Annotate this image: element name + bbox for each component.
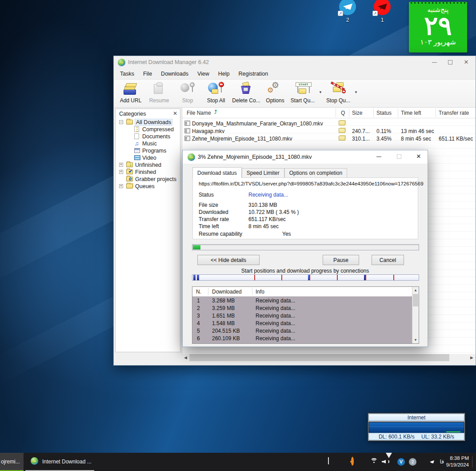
tray-chevron-up-icon[interactable] (328, 458, 336, 466)
menu-help[interactable]: Help (214, 69, 234, 78)
taskbar-button-mojremin[interactable]: ojremi... (0, 453, 24, 471)
transfer-rate-value: 651.117 KB/sec (248, 216, 286, 222)
tree-item-music[interactable]: ♫ Music (116, 140, 180, 147)
download-row[interactable]: Zehne_Mojremin_Episode_131_1080.mkv 310.… (182, 135, 476, 142)
tree-item-finished[interactable]: + ✔ Finished (116, 169, 180, 176)
stop-queue-dropdown[interactable]: ▼ (353, 80, 359, 107)
connection-row[interactable]: 4 1.548 MB Receiving data... (192, 319, 419, 327)
vertical-scrollbar[interactable]: ▲ ▼ (412, 287, 419, 343)
tab-download-status[interactable]: Download status (192, 167, 242, 178)
pause-button[interactable]: Pause (323, 255, 359, 265)
expand-icon[interactable]: + (119, 184, 123, 188)
persian-calendar-widget[interactable]: پنج‌شنبه ۲۹ شهریور ۱۰۳ (409, 2, 467, 52)
shortcut-arrow-icon: ➚ (372, 11, 378, 16)
idm-app-icon (188, 153, 195, 161)
calendar-day: ۲۹ (409, 13, 467, 39)
tab-options-on-completion[interactable]: Options on completion (284, 168, 347, 178)
tray-search-icon[interactable] (351, 458, 359, 466)
scroll-down-icon[interactable]: ▼ (412, 337, 419, 343)
menu-tasks[interactable]: Tasks (116, 69, 139, 78)
hide-details-button[interactable]: << Hide details (197, 255, 260, 265)
telegram-shortcut-blue[interactable]: ➚ 2 (338, 0, 357, 23)
show-desktop-divider[interactable] (472, 456, 472, 467)
options-button[interactable]: ⚙ ⚙ Options (262, 80, 288, 107)
network-speed-widget[interactable]: Internet DL: 600.1 KB/s UL: 33.2 KB/s (368, 413, 465, 441)
expand-icon[interactable]: + (119, 163, 123, 167)
categories-close-icon[interactable]: ✕ (173, 110, 177, 117)
add-url-icon (122, 81, 140, 97)
horizontal-scrollbar[interactable]: ◀ ▶ (182, 354, 476, 361)
scroll-right-icon[interactable]: ▶ (468, 354, 476, 361)
video-file-icon (184, 136, 190, 141)
scroll-up-icon[interactable]: ▲ (412, 287, 419, 294)
connection-row[interactable]: 3 1.651 MB Receiving data... (192, 312, 419, 319)
connections-table-header: N. Downloaded Info (192, 287, 419, 297)
transfer-rate-label: Transfer rate (199, 216, 229, 222)
tree-item-documents[interactable]: Documents (116, 133, 180, 140)
column-transfer-rate[interactable]: Transfer rate (439, 110, 469, 116)
minimize-button[interactable] (427, 56, 442, 68)
menu-registration[interactable]: Registration (234, 69, 273, 78)
progress-fill (193, 245, 200, 250)
dialog-titlebar[interactable]: 3% Zehne_Mojremin_Episode_131_1080.mkv ✕ (183, 150, 428, 164)
maximize-button[interactable] (443, 56, 458, 68)
connection-row[interactable]: 2 3.259 MB Receiving data... (192, 304, 419, 312)
connection-row[interactable]: 6 260.109 KB Receiving data... (192, 334, 419, 342)
collapse-icon[interactable]: − (119, 120, 123, 124)
idm-titlebar[interactable]: Internet Download Manager 6.42 ✕ (114, 56, 476, 68)
scroll-left-icon[interactable]: ◀ (182, 354, 189, 361)
tree-item-video[interactable]: Video (116, 154, 180, 161)
column-time-left[interactable]: Time left (401, 110, 421, 116)
close-button[interactable]: ✕ (459, 56, 474, 68)
menu-downloads[interactable]: Downloads (156, 69, 193, 78)
tree-item-compressed[interactable]: Compressed (116, 126, 180, 133)
tray-diamond-app-icon[interactable] (340, 458, 347, 466)
close-button[interactable]: ✕ (411, 150, 426, 163)
minimize-button[interactable] (371, 150, 386, 163)
tree-item-unfinished[interactable]: + ↓ Unfinished (116, 161, 180, 169)
tray-cursor-arrow-icon[interactable] (386, 458, 393, 466)
connection-row[interactable]: 1 3.268 MB Receiving data... (192, 297, 419, 304)
delete-completed-button[interactable]: Delete Co... (230, 80, 262, 107)
column-n[interactable]: N. (196, 289, 201, 295)
cancel-button[interactable]: Cancel (372, 255, 404, 265)
tray-gray-badge-icon[interactable]: 2 (409, 458, 416, 466)
column-downloaded[interactable]: Downloaded (212, 289, 242, 295)
tree-item-all-downloads[interactable]: − All Downloads (116, 119, 180, 126)
column-info[interactable]: Info (256, 289, 264, 295)
add-url-button[interactable]: Add URL (116, 80, 145, 107)
folder-icon (126, 120, 133, 125)
column-queue[interactable]: Q (341, 110, 345, 116)
start-queue-button[interactable]: START Start Qu... (288, 80, 317, 107)
start-queue-dropdown[interactable]: ▼ (317, 80, 324, 107)
column-size[interactable]: Size (352, 110, 362, 116)
categories-panel: Categories ✕ − All Downloads Compressed … (115, 109, 180, 352)
column-file-name[interactable]: File Name (187, 110, 211, 116)
menu-view[interactable]: View (193, 69, 214, 78)
tray-vpn-icon[interactable]: V (397, 458, 405, 466)
queue-folder-icon (339, 121, 345, 125)
network-stats: DL: 600.1 KB/s UL: 33.2 KB/s (368, 433, 464, 440)
tree-item-queues[interactable]: + Queues (116, 183, 180, 190)
tree-item-programs[interactable]: Programs (116, 147, 180, 154)
download-row[interactable]: Havagap.mkv 240.7... 0.11% 13 min 46 sec (182, 127, 476, 135)
column-status[interactable]: Status (376, 110, 392, 116)
sort-arrow-icon: ⤴ (214, 109, 217, 115)
taskbar-clock[interactable]: 8:38 PM 9/19/2024 (446, 455, 469, 468)
stop-all-button[interactable]: Stop All (202, 80, 230, 107)
tab-speed-limiter[interactable]: Speed Limiter (242, 168, 284, 178)
file-size-label: File size (199, 202, 218, 208)
connection-row[interactable]: 5 204.515 KB Receiving data... (192, 327, 419, 334)
tree-item-grabber-projects[interactable]: e Grabber projects (116, 176, 180, 183)
taskbar-button-idm[interactable]: Internet Download ... (25, 453, 94, 471)
stop-queue-button[interactable]: Stop Qu... (324, 80, 353, 107)
scrollbar-thumb[interactable] (413, 294, 418, 306)
download-row[interactable]: Donyaye_Ma_Mashmulane_Fararie_Okrayn_108… (182, 120, 476, 127)
film-icon (134, 155, 140, 160)
expand-icon[interactable]: + (119, 170, 123, 174)
telegram-shortcut-red[interactable]: ➚ 1 (372, 0, 392, 23)
scrollbar-thumb[interactable] (189, 354, 449, 361)
menu-file[interactable]: File (139, 69, 156, 78)
language-indicator[interactable]: فا (440, 459, 444, 465)
telegram-icon: ➚ (374, 0, 391, 15)
